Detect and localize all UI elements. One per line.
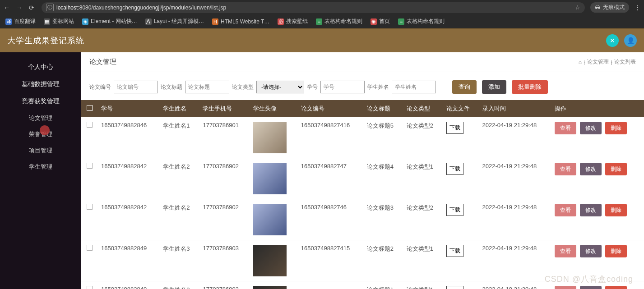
app-title: 大学生成果登记系统 (7, 35, 84, 46)
view-button[interactable]: 查看 (555, 204, 576, 216)
cursor-indicator (40, 125, 50, 135)
sidebar-item[interactable]: 基础数据管理 (0, 76, 81, 93)
table-header: 操作 (551, 100, 644, 117)
cell-phone: 17703786903 (199, 240, 250, 281)
cell-name: 学生姓名2 (159, 158, 199, 199)
filter-name-input[interactable] (392, 81, 436, 93)
download-button[interactable]: 下载 (446, 286, 463, 289)
table-header: 论文编号 (297, 100, 363, 117)
view-button[interactable]: 查看 (555, 163, 576, 175)
cell-pid (297, 281, 363, 289)
back-icon[interactable]: ← (4, 4, 10, 11)
cell-title: 论文标题5 (363, 117, 403, 158)
incognito-label: 无痕模式 (603, 4, 625, 11)
cell-time: 2022-04-19 21:29:48 (479, 158, 551, 199)
download-button[interactable]: 下载 (446, 122, 463, 134)
row-checkbox[interactable] (87, 204, 93, 210)
fullscreen-button[interactable]: ✕ (606, 34, 619, 47)
bookmark-item[interactable]: ≡表格构命名规则 (398, 18, 445, 25)
edit-button[interactable]: 修改 (580, 163, 602, 175)
cell-name: 学生姓名2 (159, 199, 199, 240)
data-table: 学号学生姓名学生手机号学生头像论文编号论文标题论文类型论文文件录入时间操作 16… (81, 100, 644, 289)
reload-icon[interactable]: ⟳ (29, 4, 34, 11)
sidebar-item[interactable]: 个人中心 (0, 59, 81, 76)
bookmark-item[interactable]: 必搜索壁纸 (278, 18, 308, 25)
home-icon[interactable]: ⌂ (579, 59, 582, 65)
bookmark-item[interactable]: ⋀Layui - 经典开源模… (145, 18, 204, 25)
edit-button[interactable]: 修改 (580, 286, 602, 289)
bookmark-item[interactable]: ◈Element - 网站快… (82, 18, 137, 25)
select-all-checkbox[interactable] (87, 105, 93, 111)
cell-pid: 165037498827415 (297, 240, 363, 281)
cell-sid: 16503749882846 (97, 117, 159, 158)
star-icon[interactable]: ☆ (575, 4, 580, 11)
table-header: 学生头像 (250, 100, 297, 117)
bookmark-item[interactable]: ≡表格构命名规则 (316, 18, 362, 25)
info-icon[interactable]: ⓘ (46, 4, 54, 11)
table-header: 学号 (97, 100, 159, 117)
bookmark-item[interactable]: ▦图标网站 (44, 18, 74, 25)
row-checkbox[interactable] (87, 163, 93, 169)
cell-type: 论文类型2 (403, 117, 443, 158)
view-button[interactable]: 查看 (555, 122, 576, 134)
download-button[interactable]: 下载 (446, 245, 463, 257)
incognito-icon: 🕶 (595, 5, 600, 11)
cell-time: 2022-04-19 21:29:48 (479, 281, 551, 289)
cell-phone: 17703786903 (199, 281, 250, 289)
edit-button[interactable]: 修改 (580, 204, 602, 216)
download-button[interactable]: 下载 (446, 204, 463, 216)
sidebar-sub-item[interactable]: 论文管理 (0, 110, 81, 126)
bookmark-item[interactable]: 译百度翻译 (5, 18, 36, 25)
view-button[interactable]: 查看 (555, 245, 576, 257)
delete-button[interactable]: 删除 (605, 122, 627, 134)
forward-icon[interactable]: → (16, 4, 23, 11)
filter-sid-input[interactable] (320, 81, 365, 93)
app-header: 大学生成果登记系统 ✕ 👤 (0, 28, 644, 52)
batch-delete-button[interactable]: 批量删除 (512, 80, 548, 94)
bookmark-item[interactable]: ◉首页 (371, 18, 390, 25)
content-area: 论文管理 ⌂ ⸠ 论文管理 ⸠ 论文列表 论文编号 论文标题 论文类型 -请选择… (81, 52, 644, 289)
delete-button[interactable]: 删除 (605, 204, 627, 216)
browser-toolbar: ← → ⟳ ⓘ localhost:8080/daxueshengchenggu… (0, 0, 644, 15)
cell-title: 论文标题3 (363, 199, 403, 240)
breadcrumb-current: 论文列表 (614, 58, 636, 66)
user-button[interactable]: 👤 (624, 34, 637, 47)
row-checkbox[interactable] (87, 122, 93, 128)
filter-type-select[interactable]: -请选择- (256, 81, 304, 93)
cell-sid: 16503749882842 (97, 158, 159, 199)
table-row: 16503749882842 学生姓名2 17703786902 1650374… (81, 158, 644, 199)
filter-pid-input[interactable] (114, 81, 158, 93)
cell-phone: 17703786902 (199, 199, 250, 240)
delete-button[interactable]: 删除 (605, 286, 627, 289)
row-checkbox[interactable] (87, 245, 93, 251)
table-header: 录入时间 (479, 100, 551, 117)
cell-type: 论文类型1 (403, 240, 443, 281)
incognito-badge[interactable]: 🕶 无痕模式 (590, 2, 629, 13)
cell-sid: 16503749882849 (97, 281, 159, 289)
delete-button[interactable]: 删除 (605, 245, 627, 257)
avatar (253, 163, 287, 194)
query-button[interactable]: 查询 (452, 80, 477, 94)
sidebar-item[interactable]: 竞赛获奖管理 (0, 93, 81, 110)
sidebar-sub-item[interactable]: 学生管理 (0, 159, 81, 175)
delete-button[interactable]: 删除 (605, 163, 627, 175)
cell-pid: 16503749882746 (297, 199, 363, 240)
view-button[interactable]: 查看 (555, 286, 576, 289)
breadcrumb-section[interactable]: 论文管理 (587, 58, 609, 66)
avatar (253, 204, 287, 235)
row-checkbox[interactable] (87, 286, 93, 289)
sidebar-sub-item[interactable]: 项目管理 (0, 142, 81, 159)
avatar (253, 286, 287, 289)
edit-button[interactable]: 修改 (580, 245, 602, 257)
edit-button[interactable]: 修改 (580, 122, 602, 134)
bookmark-item[interactable]: HHTML5 Website T… (212, 18, 269, 25)
menu-icon[interactable]: ⋮ (635, 4, 640, 11)
download-button[interactable]: 下载 (446, 163, 463, 175)
cell-phone: 17703786902 (199, 158, 250, 199)
add-button[interactable]: 添加 (482, 80, 506, 94)
url-bar[interactable]: ⓘ localhost:8080/daxueshengchengguodengj… (42, 2, 585, 13)
filter-title-input[interactable] (185, 81, 229, 93)
table-row: 16503749882842 学生姓名2 17703786902 1650374… (81, 199, 644, 240)
table-row: 16503749882849 学生姓名3 17703786903 论文标题1 论… (81, 281, 644, 289)
cell-name: 学生姓名3 (159, 281, 199, 289)
